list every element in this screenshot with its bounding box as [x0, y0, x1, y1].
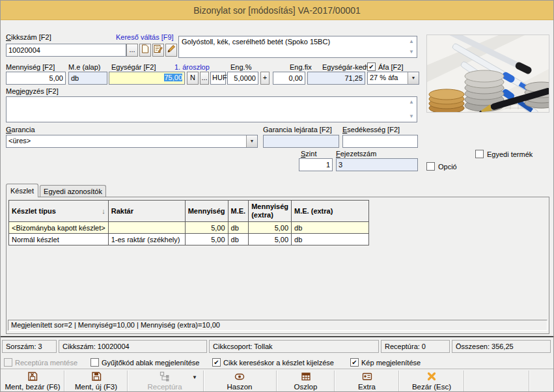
currency-label: HUF: [212, 74, 227, 81]
opcio-label: Opció: [438, 163, 457, 171]
product-name-box[interactable]: Golyóstoll, kék, cserélhető betét (Spoko…: [178, 36, 417, 58]
sort-desc-icon: ↓: [102, 207, 105, 215]
extra-button[interactable]: Extra: [335, 371, 398, 392]
button-label: Ment, új (F3): [66, 383, 126, 391]
me-alap-label: M.e (alap): [68, 63, 101, 71]
keszlet-kijelzes-checkbox[interactable]: ✔: [212, 358, 221, 367]
esedekesseg-input[interactable]: [342, 135, 418, 148]
egyedi-termek-checkbox[interactable]: [475, 150, 484, 158]
haszon-button[interactable]: Haszon: [204, 371, 275, 392]
new-item-button[interactable]: [139, 44, 151, 57]
tab-egyedi-azonositok[interactable]: Egyedi azonosítók: [40, 185, 106, 197]
aroszlop-link[interactable]: 1. ároszlop: [174, 63, 210, 71]
me-alap-field: [68, 72, 107, 85]
cell-mennyiseg-extra: 5,00: [249, 222, 292, 234]
edit-note-button[interactable]: [152, 44, 164, 57]
button-label: Ment, bezár (F6): [2, 383, 63, 391]
stock-panel: Készlet típus↓ Raktár Mennyiség M.E. Men…: [6, 197, 549, 334]
garancia-dropdown-button[interactable]: ▼: [246, 135, 257, 147]
afa-dropdown-button[interactable]: ▼: [408, 72, 419, 84]
column-header[interactable]: Mennyiség (extra): [249, 201, 292, 222]
recipe-tree-icon: [128, 371, 201, 382]
chevron-down-icon: ▼: [250, 139, 255, 143]
kereso-valtas-link[interactable]: Kereső váltás [F9]: [116, 33, 174, 41]
item-lookup-button[interactable]: ...: [126, 44, 138, 57]
gyujtokod-label: Gyűjtőkód ablak megjelenítése: [102, 359, 199, 367]
table-row[interactable]: Normál készlet 1-es raktár (székhely) 5,…: [9, 234, 369, 245]
button-label: Oszlop: [277, 383, 334, 391]
save-close-button[interactable]: Ment, bezár (F6): [2, 371, 63, 392]
esedekesseg-label: Esedékesség [F2]: [342, 126, 400, 133]
egysegar-kedv-field: [307, 72, 365, 85]
garancia-dropdown[interactable]: <üres> ▼: [6, 135, 258, 148]
pencil-icon: [167, 44, 176, 53]
close-button[interactable]: Bezár (Esc): [400, 371, 464, 392]
plus-icon: +: [263, 74, 267, 81]
cikkszam-input[interactable]: [6, 44, 126, 57]
profit-icon: [204, 371, 275, 382]
edit-note-icon: [154, 44, 163, 53]
megjegyzes-box[interactable]: [6, 96, 417, 122]
oszlop-button[interactable]: Oszlop: [277, 371, 334, 392]
column-header[interactable]: Raktár: [108, 201, 185, 222]
title-bar: Bizonylat sor [módosítás] VA-2017/00001: [1, 1, 553, 20]
fejezetszam-label: Fejezetszám: [336, 150, 376, 158]
column-header[interactable]: Készlet típus↓: [9, 201, 109, 222]
cikkszam-label: Cikkszám [F2]: [6, 33, 51, 41]
garancia-lejarata-label: Garancia lejárata [F2]: [263, 126, 332, 133]
table-row[interactable]: <Bizományba kapott készlet> 5,00 db 5,00…: [9, 222, 369, 234]
cell-keszlet-tipus: Normál készlet: [9, 234, 109, 245]
column-header[interactable]: M.E. (extra): [292, 201, 369, 222]
table-summary-text: Megjelenített sor=2 | Mennyiség=10,00 | …: [11, 321, 220, 329]
cell-me: db: [228, 222, 249, 234]
column-header[interactable]: Mennyiség: [185, 201, 228, 222]
opcio-checkbox[interactable]: [426, 162, 435, 171]
column-header[interactable]: M.E.: [228, 201, 249, 222]
scroll-up-icon[interactable]: ▲: [408, 98, 415, 105]
egysegar-selected-text: 75,00: [164, 74, 182, 81]
fejezetszam-field: [336, 158, 418, 171]
scroll-up-icon[interactable]: ▲: [408, 38, 415, 45]
close-icon: [400, 371, 464, 382]
tab-keszlet[interactable]: Készlet: [6, 184, 38, 197]
tab-label: Egyedi azonosítók: [44, 188, 102, 195]
status-cikkszam: Cikkszám: 10020004: [59, 340, 207, 353]
blank-page-icon: [141, 44, 149, 53]
price-lookup-button[interactable]: ...: [200, 72, 209, 85]
status-text: Összesen: 356,25: [456, 343, 514, 350]
mennyiseg-input[interactable]: [6, 72, 66, 85]
netto-button[interactable]: N: [187, 72, 199, 85]
kep-megjelenites-checkbox[interactable]: ✔: [350, 358, 359, 367]
afa-checkbox[interactable]: ✔: [367, 63, 376, 71]
scroll-down-icon[interactable]: ▼: [408, 48, 415, 55]
cell-me: db: [228, 234, 249, 245]
plus-button[interactable]: +: [260, 72, 270, 85]
button-label: Haszon: [204, 383, 275, 391]
check-icon: ✔: [214, 359, 219, 366]
pencil-button[interactable]: [165, 44, 177, 57]
column-label: Raktár: [111, 207, 133, 215]
scroll-down-icon[interactable]: ▼: [408, 113, 415, 120]
bottom-toolbar: Ment, bezár (F6) Ment, új (F3) Receptúra…: [1, 369, 554, 392]
header-row: Készlet típus↓ Raktár Mennyiség M.E. Men…: [9, 201, 369, 222]
save-new-button[interactable]: Ment, új (F3): [66, 371, 126, 392]
eng-pct-input[interactable]: [227, 72, 258, 85]
check-icon: ✔: [352, 359, 357, 366]
button-label: Receptúra: [128, 383, 201, 391]
currency-field: HUF: [210, 72, 226, 85]
cell-raktar: 1-es raktár (székhely): [108, 234, 185, 245]
column-label: M.E.: [231, 207, 246, 215]
gyujtokod-checkbox[interactable]: [90, 358, 99, 367]
chevron-down-icon[interactable]: ▼: [192, 374, 197, 380]
szint-input[interactable]: [299, 158, 333, 171]
garancia-label: Garancia: [6, 126, 35, 133]
eng-fix-input[interactable]: [273, 72, 305, 85]
szint-label: Szint: [301, 150, 316, 158]
product-name: Golyóstoll, kék, cserélhető betét (Spoko…: [182, 38, 330, 46]
cell-me-extra: db: [292, 234, 369, 245]
afa-dropdown[interactable]: 27 % áfa ▼: [367, 72, 419, 85]
megjegyzes-label: Megjegyzés [F2]: [6, 87, 59, 95]
column-label: M.E. (extra): [294, 207, 333, 215]
egysegar-input[interactable]: 75,00: [109, 72, 185, 85]
cell-raktar: [108, 222, 185, 234]
